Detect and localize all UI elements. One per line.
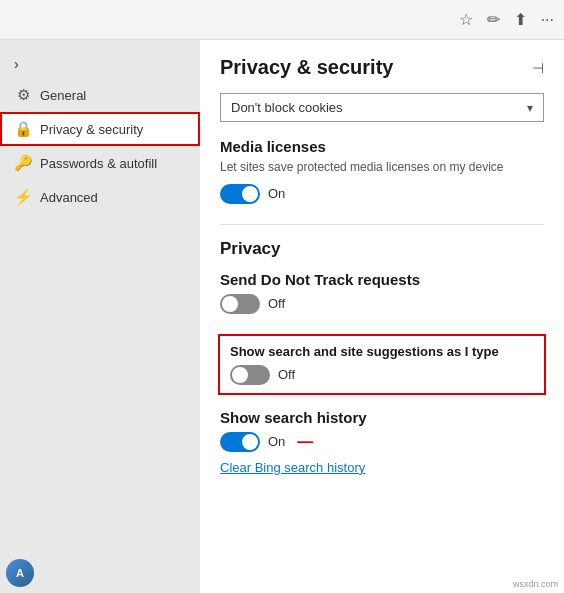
do-not-track-title: Send Do Not Track requests (220, 271, 544, 288)
watermark: wsxdn.com (513, 579, 558, 589)
sidebar-item-privacy-label: Privacy & security (40, 122, 143, 137)
sidebar: › ⚙ General 🔒 Privacy & security 🔑 Passw… (0, 40, 200, 593)
sidebar-item-general[interactable]: ⚙ General (0, 78, 200, 112)
media-licenses-toggle[interactable] (220, 184, 260, 204)
media-licenses-toggle-label: On (268, 186, 285, 201)
search-history-toggle-label: On (268, 434, 285, 449)
sidebar-item-passwords[interactable]: 🔑 Passwords & autofill (0, 146, 200, 180)
search-suggestions-section: Show search and site suggestions as I ty… (218, 334, 546, 395)
sidebar-item-advanced-label: Advanced (40, 190, 98, 205)
general-icon: ⚙ (14, 86, 32, 104)
sidebar-item-privacy[interactable]: 🔒 Privacy & security (0, 112, 200, 146)
search-history-toggle-row: On — (220, 432, 544, 452)
cookie-dropdown-label: Don't block cookies (231, 100, 343, 115)
do-not-track-toggle-label: Off (268, 296, 285, 311)
do-not-track-toggle[interactable] (220, 294, 260, 314)
media-licenses-toggle-knob (242, 186, 258, 202)
do-not-track-toggle-knob (222, 296, 238, 312)
favorites-icon[interactable]: ☆ (459, 10, 473, 29)
passwords-icon: 🔑 (14, 154, 32, 172)
search-history-toggle-knob (242, 434, 258, 450)
search-history-section: Show search history On — Clear Bing sear… (220, 409, 544, 476)
divider-1 (220, 224, 544, 225)
cookie-dropdown[interactable]: Don't block cookies ▾ (220, 93, 544, 122)
logo-circle: A (6, 559, 34, 587)
advanced-icon: ⚡ (14, 188, 32, 206)
browser-toolbar: ☆ ✏ ⬆ ··· (0, 0, 564, 40)
sidebar-back-button[interactable]: › (0, 50, 200, 78)
media-licenses-desc: Let sites save protected media licenses … (220, 159, 544, 176)
search-suggestions-toggle-row: Off (230, 365, 534, 385)
content-panel: Privacy & security ⊣ Don't block cookies… (200, 40, 564, 593)
back-arrow-icon: › (14, 56, 19, 72)
search-suggestions-toggle-label: Off (278, 367, 295, 382)
sidebar-item-advanced[interactable]: ⚡ Advanced (0, 180, 200, 214)
panel-header: Privacy & security ⊣ (220, 56, 544, 79)
do-not-track-section: Send Do Not Track requests Off (220, 271, 544, 314)
panel-title: Privacy & security (220, 56, 393, 79)
red-dash-decoration: — (297, 433, 313, 451)
appuals-logo: A (6, 559, 34, 587)
search-suggestions-toggle[interactable] (230, 365, 270, 385)
sidebar-item-general-label: General (40, 88, 86, 103)
privacy-section-title: Privacy (220, 239, 544, 259)
share-icon[interactable]: ⬆ (514, 10, 527, 29)
clear-bing-history-link[interactable]: Clear Bing search history (220, 460, 365, 475)
media-licenses-title: Media licenses (220, 138, 544, 155)
media-licenses-section: Media licenses Let sites save protected … (220, 138, 544, 204)
search-history-toggle[interactable] (220, 432, 260, 452)
privacy-icon: 🔒 (14, 120, 32, 138)
edit-icon[interactable]: ✏ (487, 10, 500, 29)
main-area: › ⚙ General 🔒 Privacy & security 🔑 Passw… (0, 40, 564, 593)
chevron-down-icon: ▾ (527, 101, 533, 115)
do-not-track-toggle-row: Off (220, 294, 544, 314)
search-history-title: Show search history (220, 409, 544, 426)
more-icon[interactable]: ··· (541, 11, 554, 29)
pin-icon[interactable]: ⊣ (532, 60, 544, 76)
media-licenses-toggle-row: On (220, 184, 544, 204)
search-suggestions-title: Show search and site suggestions as I ty… (230, 344, 534, 359)
search-suggestions-toggle-knob (232, 367, 248, 383)
sidebar-item-passwords-label: Passwords & autofill (40, 156, 157, 171)
